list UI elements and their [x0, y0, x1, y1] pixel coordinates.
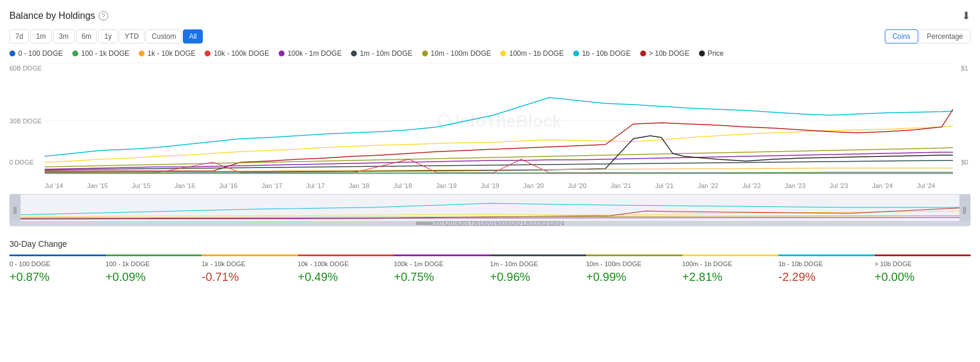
time-btn-6m[interactable]: 6m [76, 29, 98, 43]
download-icon[interactable]: ⬇ [962, 9, 971, 22]
x-axis-label: Jan '21 [610, 182, 631, 189]
x-axis: Jul '14Jan '15Jul '15Jan '16Jul '16Jan '… [9, 182, 971, 189]
view-btn-percentage[interactable]: Percentage [919, 29, 971, 43]
legend-item[interactable]: 1k - 10k DOGE [139, 49, 195, 58]
time-btn-1m[interactable]: 1m [30, 29, 52, 43]
minimap-year-label: 2015 [433, 220, 446, 227]
legend-item[interactable]: 100 - 1k DOGE [72, 49, 129, 58]
change-col-label: 100m - 1b DOGE [683, 260, 774, 268]
change-col: 100m - 1b DOGE+2.81% [683, 254, 779, 284]
legend-item[interactable]: 100m - 1b DOGE [500, 49, 564, 58]
legend-dot [72, 51, 78, 56]
legend-dot [205, 51, 210, 56]
minimap-year-label: 2018 [473, 220, 486, 227]
change-col: 100k - 1m DOGE+0.75% [394, 254, 490, 284]
legend-dot [139, 51, 145, 56]
x-axis-label: Jul '15 [132, 182, 150, 189]
change-col-value: +0.09% [106, 270, 198, 284]
change-col-label: 1m - 10m DOGE [490, 260, 582, 268]
legend-label: > 10b DOGE [649, 49, 690, 58]
change-col: 1m - 10m DOGE+0.96% [490, 254, 587, 284]
change-col: 1k - 10k DOGE-0.71% [202, 254, 298, 284]
main-chart: ⬡ IntoTheBlock [45, 62, 953, 180]
x-axis-label: Jul '16 [219, 182, 238, 189]
legend-item[interactable]: 10m - 100m DOGE [422, 49, 491, 58]
legend-dot [351, 51, 357, 56]
change-col-label: 100 - 1k DOGE [106, 260, 198, 268]
x-axis-label: Jan '23 [785, 182, 805, 189]
legend-label: 10m - 100m DOGE [431, 49, 491, 58]
legend-item[interactable]: 10k - 100k DOGE [205, 49, 269, 58]
x-axis-label: Jul '14 [45, 182, 63, 189]
change-col-label: 1k - 10k DOGE [202, 260, 293, 268]
time-btn-all[interactable]: All [183, 29, 202, 43]
page-title: Balance by Holdings [9, 11, 95, 21]
change-col-value: +0.87% [9, 270, 101, 284]
chart-legend: 0 - 100 DOGE100 - 1k DOGE1k - 10k DOGE10… [9, 49, 971, 58]
change-col-value: +2.81% [683, 270, 774, 284]
change-table: 0 - 100 DOGE+0.87%100 - 1k DOGE+0.09%1k … [9, 254, 971, 284]
legend-dot [500, 51, 506, 56]
legend-label: 100m - 1b DOGE [509, 49, 564, 58]
minimap-year-label: 2023 [538, 220, 551, 227]
change-col-label: 10m - 100m DOGE [586, 260, 678, 268]
x-axis-label: Jul '18 [393, 182, 412, 189]
minimap-year-label: 2017 [460, 220, 473, 227]
time-btn-ytd[interactable]: YTD [119, 29, 145, 43]
time-btn-7d[interactable]: 7d [9, 29, 29, 43]
legend-item[interactable]: 1m - 10m DOGE [351, 49, 412, 58]
view-toggle-group: CoinsPercentage [885, 29, 971, 43]
legend-label: 1k - 10k DOGE [148, 49, 195, 58]
change-col: 1b - 10b DOGE-2.29% [778, 254, 875, 284]
change-col-label: > 10b DOGE [875, 260, 966, 268]
change-col: 100 - 1k DOGE+0.09% [106, 254, 202, 284]
change-title: 30-Day Change [9, 239, 971, 249]
legend-dot [9, 51, 15, 56]
x-axis-label: Jul '21 [655, 182, 673, 189]
minimap-scroll-handle[interactable] [416, 222, 433, 225]
change-col-value: +0.00% [875, 270, 966, 284]
y-right-bot: $0 [961, 159, 968, 166]
x-axis-label: Jul '22 [742, 182, 761, 189]
minimap-year-label: 2024 [551, 220, 564, 227]
legend-item[interactable]: > 10b DOGE [640, 49, 690, 58]
legend-label: 1m - 10m DOGE [360, 49, 412, 58]
x-axis-label: Jan '24 [872, 182, 892, 189]
legend-item[interactable]: 100k - 1m DOGE [279, 49, 342, 58]
minimap-year-label: 2019 [486, 220, 499, 227]
change-col-label: 100k - 1m DOGE [394, 260, 486, 268]
minimap-year-label: 2020 [499, 220, 512, 227]
legend-item[interactable]: 1b - 10b DOGE [573, 49, 631, 58]
x-axis-label: Jan '19 [436, 182, 457, 189]
change-col-value: -0.71% [202, 270, 293, 284]
view-btn-coins[interactable]: Coins [885, 29, 918, 43]
x-axis-label: Jan '22 [698, 182, 718, 189]
time-btn-1y[interactable]: 1y [98, 29, 118, 43]
x-axis-label: Jan '15 [87, 182, 108, 189]
y-right-top: $1 [961, 65, 968, 72]
x-axis-label: Jul '19 [481, 182, 499, 189]
legend-dot [422, 51, 428, 56]
y-label-top: 60B DOGE [9, 65, 42, 72]
y-label-bot: 0 DOGE [9, 159, 34, 166]
legend-item[interactable]: Price [699, 49, 724, 58]
change-col-value: -2.29% [778, 270, 870, 284]
legend-item[interactable]: 0 - 100 DOGE [9, 49, 63, 58]
y-label-mid: 30B DOGE [9, 118, 42, 125]
change-col: 10k - 100k DOGE+0.49% [298, 254, 394, 284]
legend-label: 100 - 1k DOGE [81, 49, 129, 58]
x-axis-label: Jul '20 [568, 182, 586, 189]
change-col-value: +0.75% [394, 270, 486, 284]
legend-dot [640, 51, 646, 56]
x-axis-label: Jan '20 [523, 182, 544, 189]
legend-dot [573, 51, 579, 56]
change-col: 0 - 100 DOGE+0.87% [9, 254, 106, 284]
help-icon[interactable]: ? [99, 11, 108, 21]
time-btn-3m[interactable]: 3m [53, 29, 75, 43]
change-col-label: 0 - 100 DOGE [9, 260, 101, 268]
minimap-scrollbar[interactable]: 2015201620172018201920202021202220232024 [10, 221, 970, 226]
minimap-year-label: 2022 [525, 220, 538, 227]
x-axis-label: Jul '23 [830, 182, 848, 189]
time-btn-custom[interactable]: Custom [146, 29, 182, 43]
minimap[interactable]: 2015201620172018201920202021202220232024 [9, 194, 971, 226]
